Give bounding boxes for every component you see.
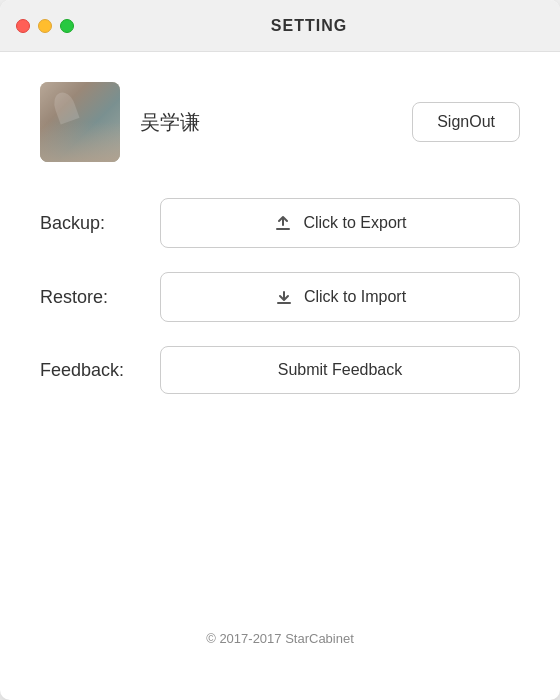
svg-rect-2 [277, 302, 291, 304]
maximize-button[interactable] [60, 19, 74, 33]
avatar [40, 82, 120, 162]
signout-button[interactable]: SignOut [412, 102, 520, 142]
username-label: 吴学谦 [140, 109, 412, 136]
import-button-label: Click to Import [304, 288, 406, 306]
backup-row: Backup: Click to Export [40, 198, 520, 248]
close-button[interactable] [16, 19, 30, 33]
feedback-label: Feedback: [40, 360, 160, 381]
minimize-button[interactable] [38, 19, 52, 33]
export-button-label: Click to Export [303, 214, 406, 232]
feedback-row: Feedback: Submit Feedback [40, 346, 520, 394]
restore-label: Restore: [40, 287, 160, 308]
content-area: 吴学谦 SignOut Backup: Click to Export Rest… [0, 52, 560, 700]
import-icon [274, 287, 294, 307]
export-button[interactable]: Click to Export [160, 198, 520, 248]
feedback-button[interactable]: Submit Feedback [160, 346, 520, 394]
backup-label: Backup: [40, 213, 160, 234]
restore-row: Restore: Click to Import [40, 272, 520, 322]
footer-text: © 2017-2017 StarCabinet [206, 631, 354, 646]
avatar-image [40, 82, 120, 162]
export-icon [273, 213, 293, 233]
main-window: SETTING 吴学谦 SignOut Backup: Click to Exp… [0, 0, 560, 700]
footer: © 2017-2017 StarCabinet [40, 631, 520, 670]
window-title: SETTING [74, 17, 544, 35]
titlebar: SETTING [0, 0, 560, 52]
profile-row: 吴学谦 SignOut [40, 82, 520, 162]
svg-rect-0 [276, 228, 290, 230]
traffic-lights [16, 19, 74, 33]
import-button[interactable]: Click to Import [160, 272, 520, 322]
